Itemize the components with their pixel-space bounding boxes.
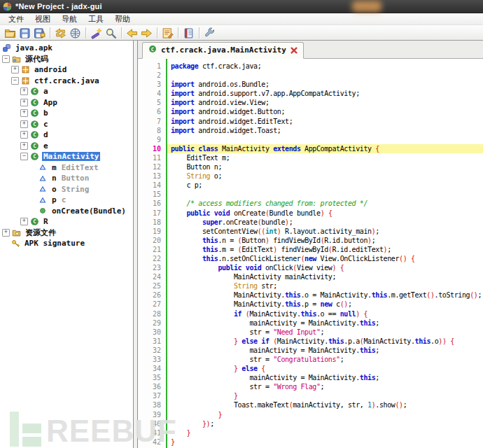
expand-icon[interactable]: + <box>20 120 28 128</box>
tree-item-label: b <box>42 108 50 118</box>
line-number: 37 <box>138 391 166 400</box>
tab-label: ctf.crack.java.MainActivity <box>161 46 286 55</box>
code-line-23: public void onClick(View view) { <box>167 263 483 272</box>
code-line-17: public void onCreate(Bundle bundle) { <box>167 209 483 218</box>
package-icon <box>21 65 31 75</box>
tree-item-field-p[interactable]: pc <box>0 195 133 206</box>
expand-icon[interactable]: + <box>20 142 28 150</box>
tree-item-class-app[interactable]: +CApp <box>0 97 133 108</box>
line-number: 42 <box>138 438 166 447</box>
report-icon[interactable] <box>181 26 196 40</box>
code-line-37: } <box>167 391 483 400</box>
tree-item-class-mainactivity[interactable]: −CMainActivity <box>0 151 133 162</box>
class-icon: C <box>30 87 40 97</box>
line-number: 3 <box>138 80 166 89</box>
tree-item-field-n[interactable]: nButton <box>0 173 133 184</box>
menu-navigation[interactable]: 导航 <box>56 13 83 25</box>
folder-res-icon <box>12 227 22 237</box>
code-line-11: EditText m; <box>167 153 483 162</box>
project-tree[interactable]: java.apk−源代码+android−ctf.crack.java+Ca+C… <box>0 41 134 448</box>
code-line-9 <box>167 135 483 144</box>
tree-item-field-m[interactable]: mEditText <box>0 162 133 174</box>
tree-item-class-a[interactable]: +Ca <box>0 86 133 97</box>
tab-mainactivity[interactable]: C ctf.crack.java.MainActivity <box>142 42 304 59</box>
search-icon[interactable] <box>104 26 118 40</box>
tree-item-label: R <box>42 217 50 226</box>
line-number: 7 <box>138 117 166 126</box>
back-icon[interactable] <box>125 26 139 40</box>
line-number: 27 <box>138 300 166 309</box>
svg-text:C: C <box>33 143 36 149</box>
toolbar-separator <box>199 27 200 38</box>
expand-icon[interactable]: + <box>2 229 10 237</box>
open-file-icon[interactable] <box>3 26 18 40</box>
tree-item-method-oncreate[interactable]: onCreate(Bundle) <box>0 206 133 217</box>
tree-item-android[interactable]: +android <box>0 64 133 76</box>
reload-icon[interactable] <box>53 26 68 40</box>
expand-icon[interactable]: + <box>20 99 28 106</box>
collapse-icon[interactable]: − <box>2 55 10 63</box>
line-number: 32 <box>138 346 166 355</box>
menu-view[interactable]: 视图 <box>29 13 56 25</box>
tree-item-label: c <box>42 120 50 129</box>
menu-file[interactable]: 文件 <box>3 13 29 25</box>
save-project-icon[interactable] <box>32 26 47 40</box>
code-line-14: c p; <box>167 181 483 190</box>
tree-item-label: MainActivity <box>42 152 100 161</box>
class-icon: C <box>148 45 157 55</box>
tree-item-resources[interactable]: +资源文件 <box>0 227 133 239</box>
expand-icon[interactable]: + <box>11 66 19 74</box>
blurred-artifact <box>352 1 382 12</box>
preferences-icon[interactable] <box>202 26 217 40</box>
menu-tools[interactable]: 工具 <box>83 13 109 25</box>
magic-wand-icon[interactable] <box>89 26 104 40</box>
jadx-logo-icon <box>3 2 12 11</box>
tree-item-source-code[interactable]: −源代码 <box>0 54 133 65</box>
expand-icon[interactable]: + <box>20 131 28 139</box>
deobfuscation-icon[interactable] <box>68 26 83 40</box>
close-icon[interactable] <box>290 47 298 54</box>
line-number: 12 <box>138 162 166 172</box>
collapse-icon[interactable]: − <box>11 77 19 85</box>
tree-item-apk-signature[interactable]: APK signature <box>0 238 133 249</box>
tree-item-label: 源代码 <box>24 54 50 64</box>
tree-item-class-b[interactable]: +Cb <box>0 108 133 119</box>
line-number: 6 <box>138 107 166 116</box>
log-viewer-icon[interactable] <box>160 26 175 40</box>
code-line-29: mainActivity = MainActivity.this; <box>167 318 483 328</box>
tree-item-field-o[interactable]: oString <box>0 184 133 195</box>
line-number: 4 <box>138 89 166 98</box>
tree-item-label: 资源文件 <box>24 227 57 238</box>
save-all-icon[interactable] <box>18 26 32 40</box>
expand-icon[interactable]: + <box>20 109 28 117</box>
field-icon <box>38 174 48 183</box>
svg-text:C: C <box>33 111 36 117</box>
tree-item-type: Button <box>62 174 90 183</box>
code-line-25: String str; <box>167 281 483 290</box>
code-text[interactable]: package ctf.crack.java;import android.os… <box>167 59 483 448</box>
forward-icon[interactable] <box>139 26 154 40</box>
code-line-24: MainActivity mainActivity; <box>167 272 483 281</box>
menu-help[interactable]: 帮助 <box>109 13 136 25</box>
tree-item-ctf-crack-java[interactable]: −ctf.crack.java <box>0 76 133 87</box>
expand-icon[interactable]: + <box>20 88 28 95</box>
editor-panel: C ctf.crack.java.MainActivity 1234567891… <box>137 41 483 448</box>
code-line-30: str = "Need Input"; <box>167 328 483 337</box>
code-line-20: this.n = (Button) findViewById(R.id.butt… <box>167 236 483 245</box>
expand-icon[interactable]: + <box>20 218 28 225</box>
line-number: 20 <box>138 236 166 245</box>
tree-item-class-d[interactable]: +Cd <box>0 130 133 141</box>
collapse-icon[interactable]: − <box>20 153 28 160</box>
code-editor[interactable]: 1234567891011121314151617181920212223242… <box>138 59 483 448</box>
tree-item-class-c[interactable]: +Cc <box>0 119 133 130</box>
tree-item-type: String <box>62 185 90 194</box>
tree-item-label: o <box>50 185 58 194</box>
code-line-39: } <box>167 410 483 419</box>
tree-item-class-e[interactable]: +Ce <box>0 141 133 152</box>
line-number: 29 <box>138 318 166 328</box>
tree-item-class-r[interactable]: +CR <box>0 216 133 227</box>
code-line-28: if (MainActivity.this.o == null) { <box>167 309 483 318</box>
field-icon <box>38 195 48 205</box>
key-icon <box>11 239 21 248</box>
tree-item-java-apk[interactable]: java.apk <box>0 43 133 54</box>
